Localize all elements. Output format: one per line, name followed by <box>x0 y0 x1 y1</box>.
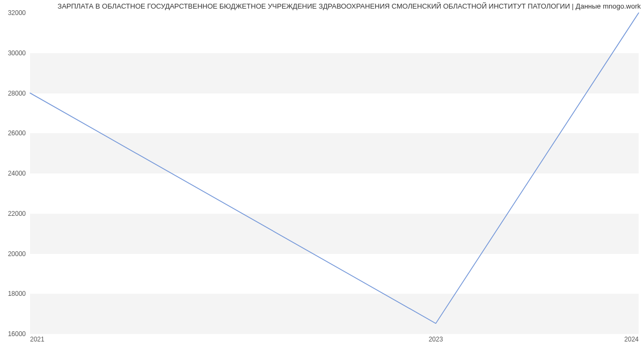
x-tick-label: 2021 <box>30 336 45 343</box>
y-tick-label: 16000 <box>8 330 26 338</box>
y-tick-label: 30000 <box>8 49 26 57</box>
y-tick-label: 32000 <box>8 9 26 17</box>
chart-line <box>30 13 639 333</box>
y-tick-label: 24000 <box>8 170 26 177</box>
y-tick-label: 20000 <box>8 250 26 258</box>
chart-plot-area: 1600018000200002200024000260002800030000… <box>30 13 639 334</box>
y-tick-label: 18000 <box>8 290 26 297</box>
chart-series-polyline <box>30 13 639 323</box>
y-tick-label: 28000 <box>8 90 26 97</box>
chart-title: ЗАРПЛАТА В ОБЛАСТНОЕ ГОСУДАРСТВЕННОЕ БЮД… <box>57 2 641 10</box>
x-tick-label: 2024 <box>624 336 639 343</box>
x-tick-label: 2023 <box>429 336 443 343</box>
y-tick-label: 26000 <box>8 129 26 137</box>
y-tick-label: 22000 <box>8 210 26 217</box>
